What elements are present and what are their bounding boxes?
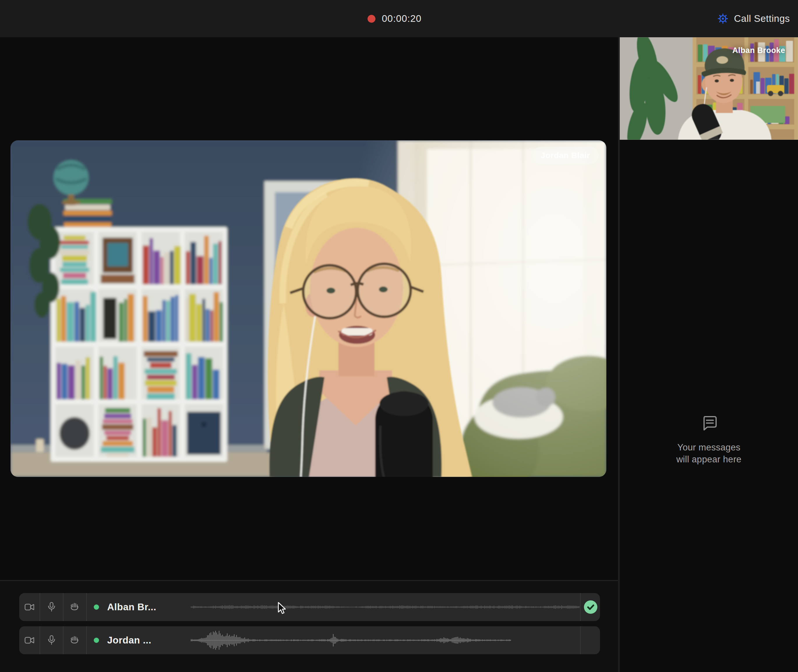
raise-hand-button[interactable] <box>64 593 87 621</box>
raised-hand-icon <box>69 601 81 613</box>
track-divider <box>580 626 581 654</box>
self-video-tile: Alban Brooke <box>620 37 798 140</box>
online-status-dot <box>94 605 99 610</box>
recording-indicator: 00:00:20 <box>367 0 421 37</box>
microphone-icon <box>45 601 58 613</box>
camera-toggle-button[interactable] <box>19 626 40 654</box>
raised-hand-icon <box>69 634 81 647</box>
call-settings-button[interactable]: Call Settings <box>717 0 790 37</box>
chat-empty-state: Your messages will appear here <box>620 413 798 465</box>
recording-dot-icon <box>367 15 375 23</box>
online-status-dot <box>94 638 99 643</box>
thumbnail-name-label: Alban Brooke <box>732 46 785 55</box>
chat-bubble-icon <box>699 413 718 433</box>
call-settings-label: Call Settings <box>734 13 790 24</box>
track-row-alban: Alban Br... <box>19 593 600 621</box>
raise-hand-button[interactable] <box>64 626 87 654</box>
audio-waveform <box>191 593 580 621</box>
tracks-panel: Alban Br... <box>0 580 618 672</box>
audio-waveform <box>191 626 511 654</box>
sidebar: Alban Brooke Your messages will appear h… <box>618 37 798 672</box>
main-video-scene <box>11 140 606 477</box>
app-root: 00:00:20 Call Settings <box>0 0 798 672</box>
main-stage: Jordan Blair <box>0 37 618 672</box>
recording-timer: 00:00:20 <box>382 13 421 24</box>
camera-icon <box>23 601 36 613</box>
camera-toggle-button[interactable] <box>19 593 40 621</box>
track-participant-name: Jordan ... <box>107 626 151 654</box>
chat-empty-text: Your messages will appear here <box>676 442 742 465</box>
camera-icon <box>23 634 36 647</box>
microphone-icon <box>45 634 58 647</box>
track-row-jordan: Jordan ... <box>19 626 600 654</box>
track-participant-name: Alban Br... <box>107 593 156 621</box>
mic-toggle-button[interactable] <box>40 593 64 621</box>
mic-toggle-button[interactable] <box>40 626 64 654</box>
participant-name-badge: Jordan Blair <box>532 147 599 164</box>
track-divider <box>580 593 581 621</box>
top-bar: 00:00:20 Call Settings <box>0 0 798 37</box>
ready-check-icon <box>584 600 597 614</box>
main-video-tile: Jordan Blair <box>11 140 606 477</box>
gear-icon <box>717 13 729 25</box>
